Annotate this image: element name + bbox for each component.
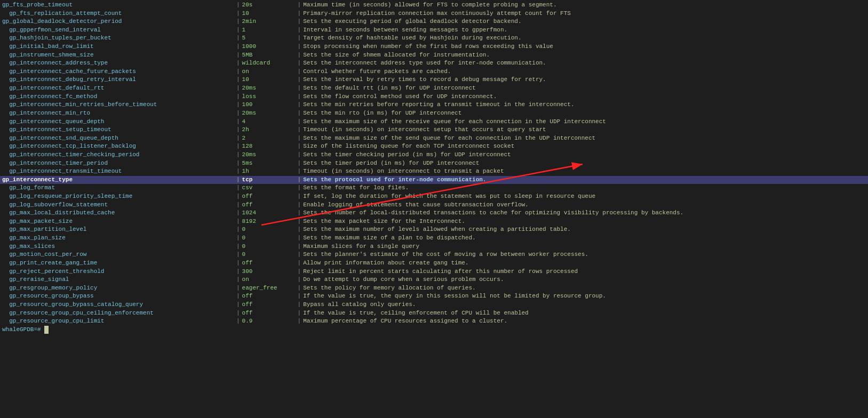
param-name: gp_log_resqueue_priority_sleep_time (2, 192, 234, 201)
param-name: gp_interconnect_address_type (2, 59, 234, 68)
table-row[interactable]: gp_max_partition_level|0|Sets the maximu… (0, 226, 868, 234)
desc-separator: | (298, 134, 301, 143)
table-row[interactable]: gp_global_deadlock_detector_period|2min|… (0, 18, 868, 26)
prompt: whaleGPDB=# (2, 326, 44, 334)
param-name: gp_fts_probe_timeout (2, 1, 234, 10)
desc-separator: | (298, 68, 301, 76)
table-row[interactable]: gp_motion_cost_per_row|0|Sets the planne… (0, 251, 868, 259)
param-value: csv (242, 184, 296, 192)
desc-separator: | (298, 301, 301, 309)
table-row[interactable]: gp_interconnect_snd_queue_depth|2|Sets t… (0, 134, 868, 143)
param-desc: Stops processing when number of the firs… (303, 43, 866, 51)
table-row[interactable]: gp_reject_percent_threshold|300|Reject l… (0, 268, 868, 276)
param-value: 8192 (242, 218, 296, 226)
param-name: gp_reraise_signal (2, 276, 234, 284)
param-desc: Target density of hashtable used by Hash… (303, 34, 866, 43)
table-row[interactable]: gp_interconnect_type|tcp|Sets the protoc… (0, 176, 868, 184)
table-row[interactable]: gp_resource_group_bypass|off|If the valu… (0, 292, 868, 301)
param-name: gp_resource_group_cpu_limit (2, 317, 234, 326)
table-row[interactable]: gp_resource_group_cpu_ceiling_enforcemen… (0, 309, 868, 318)
separator: | (236, 159, 240, 168)
cursor (44, 326, 49, 334)
param-desc: Reject limit in percent starts calculati… (303, 268, 866, 276)
param-name: gp_hashjoin_tuples_per_bucket (2, 34, 234, 43)
table-row[interactable]: gp_resource_group_bypass_catalog_query|o… (0, 301, 868, 309)
table-row[interactable]: gp_print_create_gang_time|off|Allow prin… (0, 259, 868, 268)
terminal-content[interactable]: gp_fts_probe_timeout|20s|Maximum time (i… (0, 0, 868, 418)
desc-separator: | (298, 317, 301, 326)
separator: | (236, 68, 240, 76)
param-value: tcp (242, 176, 296, 184)
desc-separator: | (298, 226, 301, 234)
param-value: off (242, 309, 296, 318)
table-row[interactable]: gp_interconnect_timer_checking_period|20… (0, 151, 868, 159)
param-desc: If set, log the duration for which the s… (303, 192, 866, 201)
table-row[interactable]: gp_interconnect_setup_timeout|2h|Timeout… (0, 126, 868, 134)
separator: | (236, 292, 240, 301)
table-row[interactable]: gp_fts_probe_timeout|20s|Maximum time (i… (0, 1, 868, 10)
table-row[interactable]: gp_log_resqueue_priority_sleep_time|off|… (0, 192, 868, 201)
table-row[interactable]: gp_interconnect_transmit_timeout|1h|Time… (0, 167, 868, 176)
table-row[interactable]: gp_max_packet_size|8192|Sets the max pac… (0, 218, 868, 226)
table-row[interactable]: gp_resgroup_memory_policy|eager_free|Set… (0, 284, 868, 293)
param-name: gp_fts_replication_attempt_count (2, 10, 234, 18)
table-row[interactable]: gp_reraise_signal|on|Do we attempt to du… (0, 276, 868, 284)
desc-separator: | (298, 292, 301, 301)
table-row[interactable]: gp_gpperfmon_send_interval|1|Interval in… (0, 26, 868, 35)
param-value: 20ms (242, 151, 296, 159)
param-name: gp_gpperfmon_send_interval (2, 26, 234, 35)
table-row[interactable]: gp_interconnect_address_type|wildcard|Se… (0, 59, 868, 68)
table-row[interactable]: gp_interconnect_default_rtt|20ms|Sets th… (0, 84, 868, 93)
table-row[interactable]: gp_interconnect_min_rto|20ms|Sets the mi… (0, 109, 868, 118)
terminal-window: gp_fts_probe_timeout|20s|Maximum time (i… (0, 0, 868, 418)
separator: | (236, 226, 240, 234)
table-row[interactable]: gp_interconnect_timer_period|5ms|Sets th… (0, 159, 868, 168)
separator: | (236, 192, 240, 201)
desc-separator: | (298, 34, 301, 43)
desc-separator: | (298, 176, 301, 184)
param-name: gp_log_suboverflow_statement (2, 201, 234, 210)
table-row[interactable]: gp_resource_group_cpu_limit|0.9|Maximum … (0, 317, 868, 326)
param-value: off (242, 292, 296, 301)
param-desc: Maximum percentage of CPU resources assi… (303, 317, 866, 326)
table-row[interactable]: gp_interconnect_min_retries_before_timeo… (0, 101, 868, 109)
table-row[interactable]: gp_instrument_shmem_size|5MB|Sets the si… (0, 51, 868, 60)
separator: | (236, 109, 240, 118)
param-name: gp_interconnect_type (2, 176, 234, 184)
table-row[interactable]: gp_interconnect_cache_future_packets|on|… (0, 68, 868, 76)
separator: | (236, 201, 240, 210)
separator: | (236, 10, 240, 18)
desc-separator: | (298, 218, 301, 226)
separator: | (236, 317, 240, 326)
param-name: gp_max_packet_size (2, 218, 234, 226)
param-value: 10 (242, 10, 296, 18)
table-row[interactable]: gp_log_format|csv|Sets the format for lo… (0, 184, 868, 192)
param-desc: Sets the maximum number of levels allowe… (303, 226, 866, 234)
param-desc: Sets the format for log files. (303, 184, 866, 192)
table-row[interactable]: gp_interconnect_fc_method|loss|Sets the … (0, 93, 868, 101)
table-row[interactable]: gp_interconnect_debug_retry_interval|10|… (0, 76, 868, 84)
separator: | (236, 251, 240, 259)
param-value: 5MB (242, 51, 296, 60)
table-row[interactable]: gp_interconnect_tcp_listener_backlog|128… (0, 142, 868, 151)
param-desc: Sets the number of local-distributed tra… (303, 209, 866, 218)
table-row[interactable]: gp_max_plan_size|0|Sets the maximum size… (0, 234, 868, 243)
separator: | (236, 209, 240, 218)
table-row[interactable]: gp_interconnect_queue_depth|4|Sets the m… (0, 118, 868, 126)
table-row[interactable]: gp_max_slices|0|Maximum slices for a sin… (0, 243, 868, 251)
param-desc: Sets the interconnect address type used … (303, 59, 866, 68)
param-value: 1h (242, 167, 296, 176)
table-row[interactable]: whaleGPDB=# (0, 326, 868, 334)
separator: | (236, 276, 240, 284)
table-row[interactable]: gp_initial_bad_row_limit|1000|Stops proc… (0, 43, 868, 51)
param-name: gp_motion_cost_per_row (2, 251, 234, 259)
table-row[interactable]: gp_max_local_distributed_cache|1024|Sets… (0, 209, 868, 218)
param-value: 4 (242, 118, 296, 126)
table-row[interactable]: gp_log_suboverflow_statement|off|Enable … (0, 201, 868, 210)
table-row[interactable]: gp_hashjoin_tuples_per_bucket|5|Target d… (0, 34, 868, 43)
separator: | (236, 126, 240, 134)
separator: | (236, 26, 240, 35)
separator: | (236, 59, 240, 68)
table-row[interactable]: gp_fts_replication_attempt_count|10|Prim… (0, 10, 868, 18)
desc-separator: | (298, 201, 301, 210)
